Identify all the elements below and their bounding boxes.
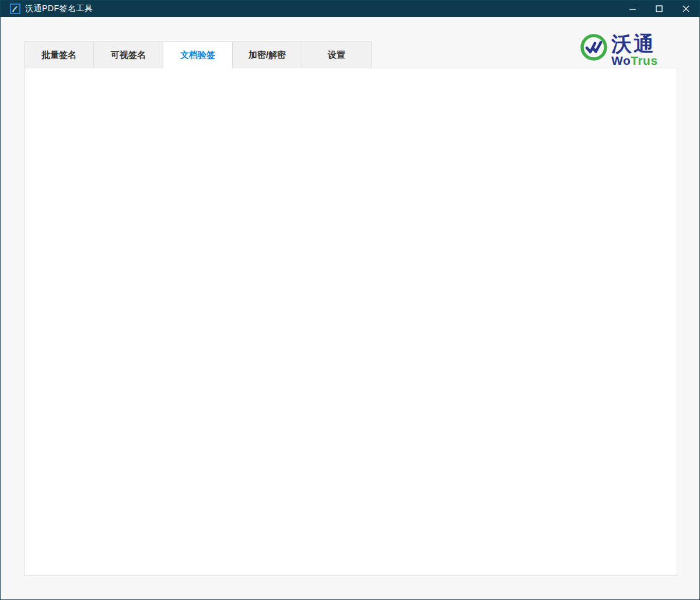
wotrus-logo-icon: [580, 33, 608, 61]
minimize-icon[interactable]: [619, 1, 646, 17]
maximize-icon[interactable]: [646, 1, 673, 17]
tab-doc-verify[interactable]: 文档验签: [163, 41, 233, 69]
window-title: 沃通PDF签名工具: [25, 4, 93, 14]
logo-en-text: WoTrus: [611, 54, 658, 67]
window-controls: [619, 1, 699, 17]
tab-batch-sign[interactable]: 批量签名: [24, 41, 94, 68]
wotrus-logo: 沃通 WoTrus: [580, 33, 658, 67]
wotrus-logo-text: 沃通 WoTrus: [611, 33, 658, 67]
tab-visual-sign[interactable]: 可视签名: [93, 41, 163, 68]
titlebar: 沃通PDF签名工具: [1, 1, 699, 17]
logo-cn-text: 沃通: [611, 33, 658, 54]
tab-encrypt-decrypt[interactable]: 加密/解密: [232, 41, 302, 68]
app-window: 沃通PDF签名工具 批量签名 可视签名 文档验签 加密/解密 设置 沃通: [0, 0, 700, 600]
app-icon: [10, 4, 20, 14]
content-panel: [24, 68, 677, 576]
tab-settings[interactable]: 设置: [302, 41, 372, 68]
tab-bar: 批量签名 可视签名 文档验签 加密/解密 设置: [24, 41, 372, 69]
close-icon[interactable]: [673, 1, 699, 17]
